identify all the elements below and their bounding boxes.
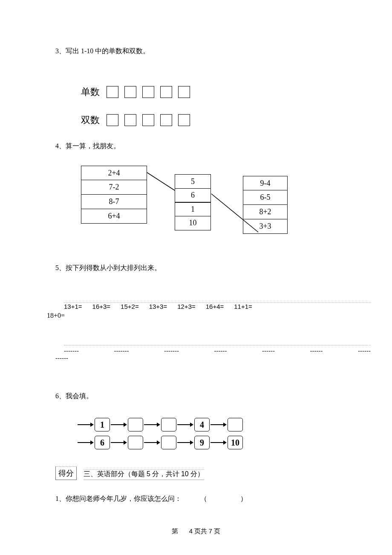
section-title-text: 分） bbox=[189, 470, 204, 477]
q5-blank[interactable]: ------- bbox=[164, 347, 179, 354]
q5-blank[interactable]: ------ bbox=[262, 347, 275, 354]
q4-right-cell[interactable]: 9-4 bbox=[243, 176, 288, 190]
q3-odd-row: 单数 bbox=[81, 86, 371, 98]
q5-blank[interactable]: ------ bbox=[358, 347, 371, 354]
english-q1: 1、你想问老师今年几岁，你应该怎么问： （ ） bbox=[55, 495, 371, 503]
q3-even-box[interactable] bbox=[142, 114, 154, 126]
page-footer: 第 4 页共 7 页 bbox=[0, 527, 392, 535]
arrow-right-icon bbox=[143, 439, 161, 446]
q5-blank[interactable]: ------- bbox=[64, 347, 79, 354]
score-cell[interactable]: 得分 bbox=[55, 466, 77, 480]
q3-odd-box[interactable] bbox=[178, 86, 190, 98]
q5-equation: 15+2= bbox=[121, 303, 139, 310]
q3-even-box[interactable] bbox=[160, 114, 172, 126]
arrow-right-icon bbox=[143, 421, 161, 428]
q4-right-cell[interactable]: 8+2 bbox=[243, 205, 288, 219]
q5-equation: 16+4= bbox=[206, 303, 224, 310]
q6-box[interactable] bbox=[228, 418, 243, 431]
q5-equation: 16+3= bbox=[92, 303, 111, 310]
english-q1-text: 1、你想问老师今年几岁，你应该怎么问： bbox=[55, 495, 182, 502]
pager-text: 第 bbox=[172, 528, 178, 535]
pager-text: 页共 bbox=[194, 528, 207, 535]
arrow-right-icon bbox=[210, 439, 228, 446]
q5-equation-last: 18+0= bbox=[47, 312, 65, 319]
q6-box[interactable]: 4 bbox=[194, 418, 210, 431]
q5-equations: 13+1= 16+3= 15+2= 13+3= 12+3= 16+4= 11+1… bbox=[64, 302, 371, 310]
q5-blank[interactable]: ------ bbox=[214, 347, 227, 354]
q3-even-box[interactable] bbox=[107, 114, 118, 126]
arrow-right-icon bbox=[110, 421, 128, 428]
q6-box[interactable] bbox=[128, 436, 143, 449]
q5-equation: 13+1= bbox=[64, 303, 82, 310]
english-q1-paren-open: （ bbox=[200, 495, 207, 502]
q6-row-2: 6 9 10 bbox=[77, 436, 371, 449]
q5-blank[interactable]: ------ bbox=[310, 347, 323, 354]
pager-total: 7 bbox=[209, 527, 212, 535]
section-title: 三、英语部分（每题 5 分，共计 10 分） bbox=[84, 469, 204, 480]
q4-mid-cell[interactable]: 6 bbox=[175, 188, 211, 203]
q6-box[interactable] bbox=[161, 418, 176, 431]
q4-right-cell[interactable]: 3+3 bbox=[243, 219, 288, 234]
svg-line-0 bbox=[147, 173, 175, 190]
q3-odd-box[interactable] bbox=[124, 86, 136, 98]
english-q1-paren-close: ） bbox=[240, 495, 247, 502]
svg-marker-13 bbox=[90, 440, 94, 445]
q5-equation: 11+1= bbox=[234, 303, 252, 310]
svg-marker-21 bbox=[223, 440, 227, 445]
arrow-right-icon bbox=[210, 421, 228, 428]
svg-marker-19 bbox=[190, 440, 193, 445]
q4-mid-cell[interactable]: 5 bbox=[175, 174, 211, 189]
q6-box[interactable] bbox=[128, 418, 143, 431]
q6-prompt: 6、我会填。 bbox=[55, 392, 93, 401]
q5-prompt: 5、按下列得数从小到大排列出来。 bbox=[55, 264, 161, 273]
svg-marker-5 bbox=[124, 423, 127, 427]
q4-mid-cell[interactable]: 10 bbox=[175, 216, 211, 230]
q4-left-cell[interactable]: 7-2 bbox=[81, 180, 147, 195]
q6-box[interactable]: 9 bbox=[194, 436, 210, 449]
q3-odd-box[interactable] bbox=[142, 86, 154, 98]
q4-mid-cell[interactable]: 1 bbox=[175, 202, 211, 216]
q4-left-cell[interactable]: 8-7 bbox=[81, 195, 147, 209]
q5-blank-last[interactable]: ------ bbox=[55, 354, 68, 362]
q3-even-box[interactable] bbox=[124, 114, 136, 126]
pager-current: 4 bbox=[189, 527, 193, 535]
q6-box[interactable]: 1 bbox=[95, 418, 110, 431]
svg-marker-3 bbox=[90, 423, 94, 427]
q6-box[interactable]: 10 bbox=[228, 436, 243, 449]
q4-diagram: 2+4 7-2 8-7 6+4 5 6 1 10 9-4 6-5 8+2 3+3 bbox=[81, 166, 371, 247]
q3-even-label: 双数 bbox=[81, 114, 107, 127]
arrow-right-icon bbox=[176, 421, 194, 428]
q3-prompt: 3、写出 1-10 中的单数和双数。 bbox=[55, 47, 150, 56]
q4-right-cell[interactable]: 6-5 bbox=[243, 190, 288, 205]
q6-row-1: 1 4 bbox=[77, 418, 371, 431]
pager-text: 页 bbox=[214, 528, 220, 535]
q5-equation: 12+3= bbox=[177, 303, 196, 310]
q6-box[interactable] bbox=[161, 436, 176, 449]
q3-odd-label: 单数 bbox=[81, 86, 107, 98]
section-title-number: 10 bbox=[181, 470, 189, 477]
arrow-right-icon bbox=[77, 439, 95, 446]
arrow-right-icon bbox=[77, 421, 95, 428]
section-title-text: 分，共计 bbox=[150, 470, 181, 477]
svg-marker-7 bbox=[157, 423, 160, 427]
q5-blank[interactable]: ------- bbox=[114, 347, 129, 354]
q3-odd-box[interactable] bbox=[107, 86, 118, 98]
q4-prompt: 4、算一算，找朋友。 bbox=[55, 142, 120, 151]
q5-answer-blanks[interactable]: ------- ------- ------- ------ ------ --… bbox=[64, 345, 371, 354]
section-title-number: 5 bbox=[147, 470, 150, 477]
svg-marker-11 bbox=[223, 423, 227, 427]
q5-equation: 13+3= bbox=[149, 303, 167, 310]
arrow-right-icon bbox=[176, 439, 194, 446]
svg-marker-15 bbox=[124, 440, 127, 445]
q3-even-row: 双数 bbox=[81, 114, 371, 127]
q4-left-cell[interactable]: 2+4 bbox=[81, 166, 147, 180]
arrow-right-icon bbox=[110, 439, 128, 446]
q3-odd-box[interactable] bbox=[160, 86, 172, 98]
q4-left-cell[interactable]: 6+4 bbox=[81, 209, 147, 224]
q6-box[interactable]: 6 bbox=[95, 436, 110, 449]
svg-marker-9 bbox=[190, 423, 193, 427]
svg-marker-17 bbox=[157, 440, 160, 445]
section-title-text: 三、英语部分（每题 bbox=[84, 470, 147, 477]
q3-even-box[interactable] bbox=[178, 114, 190, 126]
